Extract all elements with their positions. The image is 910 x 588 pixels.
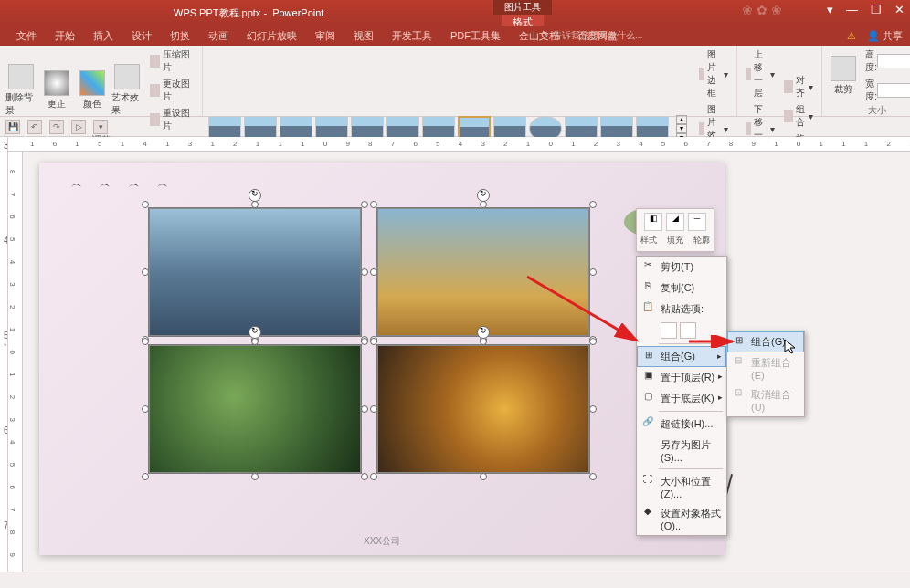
context-group-label: 图片工具	[493, 0, 552, 15]
picture-maple-leaf[interactable]	[377, 345, 589, 473]
ruler-vertical: 8 7 6 5 4 3 2 1 0 1 2 3 4 5 6 7 8 9	[8, 152, 23, 572]
close-button[interactable]: ✕	[894, 3, 905, 16]
tab-animations[interactable]: 动画	[199, 26, 238, 46]
share-button[interactable]: 👤 共享	[867, 29, 903, 43]
rotate-handle-icon[interactable]	[477, 189, 490, 202]
ctx-save-as-picture[interactable]: 另存为图片(S)...	[637, 435, 726, 467]
group-button[interactable]: 组合 ▾	[781, 102, 816, 130]
height-input[interactable]	[877, 54, 910, 68]
ctx-paste-options	[637, 320, 726, 341]
tab-home[interactable]: 开始	[46, 26, 84, 46]
format-icon: ◆	[640, 506, 655, 520]
chevron-right-icon: ▸	[717, 352, 722, 361]
menu-tabs: 文件 开始 插入 设计 切换 动画 幻灯片放映 审阅 视图 开发工具 PDF工具…	[0, 26, 910, 46]
status-bar	[0, 572, 910, 588]
decorative-flowers: ❀ ✿ ❀	[742, 3, 782, 17]
ribbon-group-size: 裁剪 高度: 宽度: 大小	[822, 46, 910, 116]
ctx-cut[interactable]: ✂剪切(T)	[637, 257, 726, 278]
context-menu: ✂剪切(T) ⎘复制(C) 📋粘贴选项: ⊞组合(G)▸ ▣置于顶层(R)▸ ▢…	[636, 256, 727, 536]
link-icon: 🔗	[640, 416, 655, 431]
ribbon-group-arrange: 上移一层 ▾ 下移一层 ▾ 选择窗格 对齐 ▾ 组合 ▾ 旋转 ▾ 排列	[737, 46, 822, 116]
picture-green-leaves[interactable]	[149, 345, 361, 473]
ctx-paste-label: 📋粘贴选项:	[637, 299, 726, 320]
submenu-regroup-item: ⊟重新组合(E)	[727, 352, 804, 384]
submenu-group: ⊞组合(G) ⊟重新组合(E) ⊡取消组合(U)	[726, 331, 805, 417]
ribbon-group-adjust: 删除背景 更正 颜色 艺术效果 压缩图片 更改图片 重设图片 调整	[0, 46, 203, 116]
tab-design[interactable]: 设计	[122, 26, 161, 46]
bring-front-icon: ▣	[640, 370, 655, 384]
change-picture-button[interactable]: 更改图片	[147, 77, 197, 104]
title-bar: WPS PPT教程.pptx - PowerPoint 图片工具 格式 ❀ ✿ …	[0, 0, 910, 26]
ctx-send-back[interactable]: ▢置于底层(K)▸	[637, 388, 726, 409]
copy-icon: ⎘	[640, 280, 655, 295]
paste-option-2[interactable]	[680, 322, 696, 339]
rotate-handle-icon[interactable]	[249, 326, 261, 339]
remove-background-button[interactable]: 删除背景	[5, 63, 37, 118]
picture-border-button[interactable]: 图片边框 ▾	[696, 47, 731, 100]
ctx-copy[interactable]: ⎘复制(C)	[637, 278, 726, 299]
minimize-button[interactable]: —	[846, 3, 858, 16]
color-button[interactable]: 颜色	[76, 63, 108, 118]
ctx-bring-front[interactable]: ▣置于顶层(R)▸	[637, 367, 726, 388]
svg-point-0	[542, 32, 547, 37]
size-icon: ⛶	[640, 474, 655, 488]
ribbon-options-icon[interactable]: ▾	[827, 3, 833, 16]
mini-fill-icon[interactable]: ◢	[666, 213, 684, 231]
cut-icon: ✂	[640, 259, 655, 274]
tab-transitions[interactable]: 切换	[161, 26, 199, 46]
tab-insert[interactable]: 插入	[84, 26, 122, 46]
submenu-ungroup-item: ⊡取消组合(U)	[727, 384, 804, 416]
reset-picture-button[interactable]: 重设图片	[147, 106, 197, 133]
compress-pictures-button[interactable]: 压缩图片	[147, 47, 197, 75]
qat-save-icon[interactable]: 💾	[5, 120, 20, 134]
rotate-handle-icon[interactable]	[249, 189, 261, 202]
tab-developer[interactable]: 开发工具	[383, 26, 441, 46]
picture-mountain[interactable]	[149, 208, 361, 336]
paste-icon: 📋	[640, 301, 655, 316]
artistic-effects-button[interactable]: 艺术效果	[111, 63, 143, 118]
chevron-right-icon: ▸	[718, 372, 723, 381]
ungroup-icon: ⊡	[731, 387, 746, 402]
width-input[interactable]	[877, 83, 910, 98]
warning-icon[interactable]: ⚠	[847, 30, 856, 42]
slide-canvas[interactable]: ︵ ︵ ︵ ︵ XXX公司	[39, 163, 725, 555]
tab-review[interactable]: 审阅	[306, 26, 344, 46]
document-title: WPS PPT教程.pptx - PowerPoint	[174, 6, 323, 20]
picture-autumn-lake[interactable]	[377, 208, 589, 336]
tab-view[interactable]: 视图	[344, 26, 383, 46]
chevron-right-icon: ▸	[718, 393, 723, 402]
mini-style-icon[interactable]: ◧	[644, 213, 662, 231]
company-label: XXX公司	[39, 535, 725, 548]
qat-redo-icon[interactable]: ↷	[49, 120, 64, 134]
crop-button[interactable]: 裁剪	[828, 48, 859, 103]
rotate-handle-icon[interactable]	[477, 326, 490, 339]
send-back-icon: ▢	[640, 391, 655, 405]
tell-me-search[interactable]: 告诉我您想要做什么...	[539, 29, 642, 42]
qat-undo-icon[interactable]: ↶	[27, 120, 42, 134]
ctx-size-position[interactable]: ⛶大小和位置(Z)...	[637, 471, 726, 503]
qat-more-icon[interactable]: ▾	[93, 120, 108, 134]
ctx-format-object[interactable]: ◆设置对象格式(O)...	[637, 503, 726, 535]
tab-slideshow[interactable]: 幻灯片放映	[238, 26, 306, 46]
mini-toolbar: ◧ ◢ ─ 样式 填充 轮廓	[636, 208, 714, 252]
ruler-horizontal: 1 6 1 5 1 4 1 3 1 2 1 1 1 0 9 8 7 6 5 4 …	[8, 137, 910, 152]
ctx-group[interactable]: ⊞组合(G)▸	[637, 346, 726, 367]
height-field: 高度:	[862, 47, 910, 75]
restore-button[interactable]: ❐	[871, 3, 882, 16]
tab-file[interactable]: 文件	[7, 26, 46, 46]
tab-pdf[interactable]: PDF工具集	[441, 26, 510, 46]
slide-thumbnails-panel[interactable]: 3 4 5 * 6 7	[0, 137, 8, 572]
align-button[interactable]: 对齐 ▾	[781, 73, 816, 100]
submenu-group-item[interactable]: ⊞组合(G)	[727, 331, 804, 352]
corrections-button[interactable]: 更正	[41, 63, 73, 118]
lightbulb-icon	[539, 30, 550, 41]
contextual-tab-group: 图片工具 格式	[493, 0, 552, 26]
group-icon: ⊞	[641, 350, 656, 364]
regroup-icon: ⊟	[731, 355, 746, 370]
ctx-hyperlink[interactable]: 🔗超链接(H)...	[637, 414, 726, 435]
qat-start-icon[interactable]: ▷	[71, 120, 86, 134]
mini-outline-label: 轮廓	[693, 235, 710, 247]
bring-forward-button[interactable]: 上移一层 ▾	[743, 47, 778, 100]
paste-option-1[interactable]	[661, 322, 677, 339]
mini-outline-icon[interactable]: ─	[688, 213, 706, 231]
